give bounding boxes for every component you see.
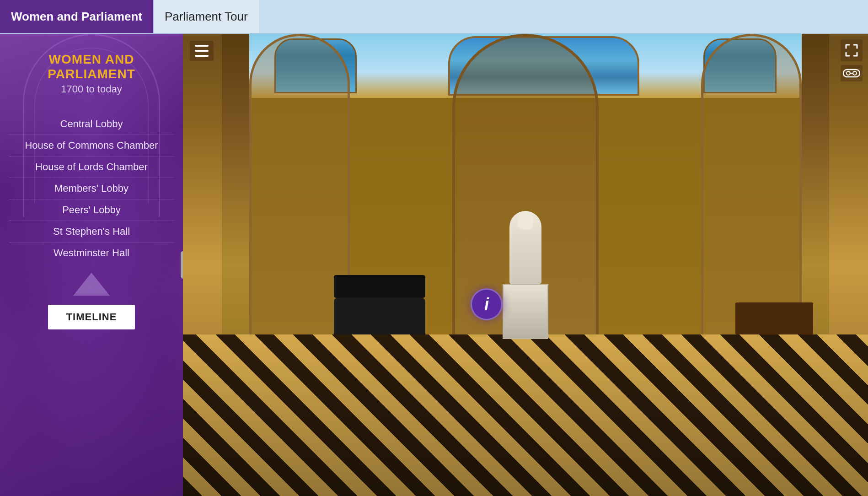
vr-button[interactable] xyxy=(841,65,863,81)
sidebar-title-main: WOMEN AND PARLIAMENT xyxy=(9,52,174,81)
timeline-button[interactable]: TIMELINE xyxy=(48,305,135,329)
sidebar-item-peers-lobby[interactable]: Peers' Lobby xyxy=(9,199,174,221)
sidebar-item-westminster-hall[interactable]: Westminster Hall xyxy=(9,243,174,264)
side-table xyxy=(735,302,813,334)
tab-women-and-parliament[interactable]: Women and Parliament xyxy=(0,0,153,33)
hamburger-line-2 xyxy=(195,50,209,52)
sidebar: WOMEN AND PARLIAMENT 1700 to today Centr… xyxy=(0,34,183,496)
tab-women-label: Women and Parliament xyxy=(11,10,142,24)
svg-point-1 xyxy=(847,71,850,75)
info-icon: i xyxy=(484,296,489,313)
statue-figure xyxy=(509,211,541,284)
main-content: WOMEN AND PARLIAMENT 1700 to today Centr… xyxy=(0,34,868,496)
bench-backrest xyxy=(334,275,425,298)
sidebar-item-members-lobby[interactable]: Members' Lobby xyxy=(9,178,174,199)
svg-point-2 xyxy=(853,71,857,75)
sidebar-item-commons-chamber[interactable]: House of Commons Chamber xyxy=(9,135,174,156)
arrow-up-icon[interactable] xyxy=(73,273,110,296)
pano-interior: i xyxy=(183,34,868,496)
statue-pedestal xyxy=(503,284,548,339)
sidebar-item-central-lobby[interactable]: Central Lobby xyxy=(9,113,174,135)
panoramic-view-area[interactable]: i xyxy=(183,34,868,496)
fullscreen-icon xyxy=(845,43,858,57)
sidebar-title-sub: 1700 to today xyxy=(9,83,174,95)
statue-head xyxy=(518,211,534,229)
tab-parliament-label: Parliament Tour xyxy=(165,10,248,24)
sidebar-navigation: Central LobbyHouse of Commons ChamberHou… xyxy=(9,113,174,264)
bench-seat xyxy=(334,298,425,334)
sidebar-item-st-stephens-hall[interactable]: St Stephen's Hall xyxy=(9,221,174,243)
vr-icon xyxy=(843,68,860,78)
hamburger-line-1 xyxy=(195,45,209,47)
floor-overlay xyxy=(183,334,868,496)
info-button[interactable]: i xyxy=(471,288,503,320)
hamburger-line-3 xyxy=(195,55,209,57)
tab-parliament-tour[interactable]: Parliament Tour xyxy=(153,0,259,33)
sidebar-title-block: WOMEN AND PARLIAMENT 1700 to today xyxy=(9,52,174,95)
sidebar-arrow-up[interactable] xyxy=(73,273,110,296)
hamburger-menu-button[interactable] xyxy=(190,41,214,61)
fullscreen-button[interactable] xyxy=(841,39,863,61)
top-navigation: Women and Parliament Parliament Tour xyxy=(0,0,868,34)
sidebar-item-lords-chamber[interactable]: House of Lords Chamber xyxy=(9,156,174,178)
